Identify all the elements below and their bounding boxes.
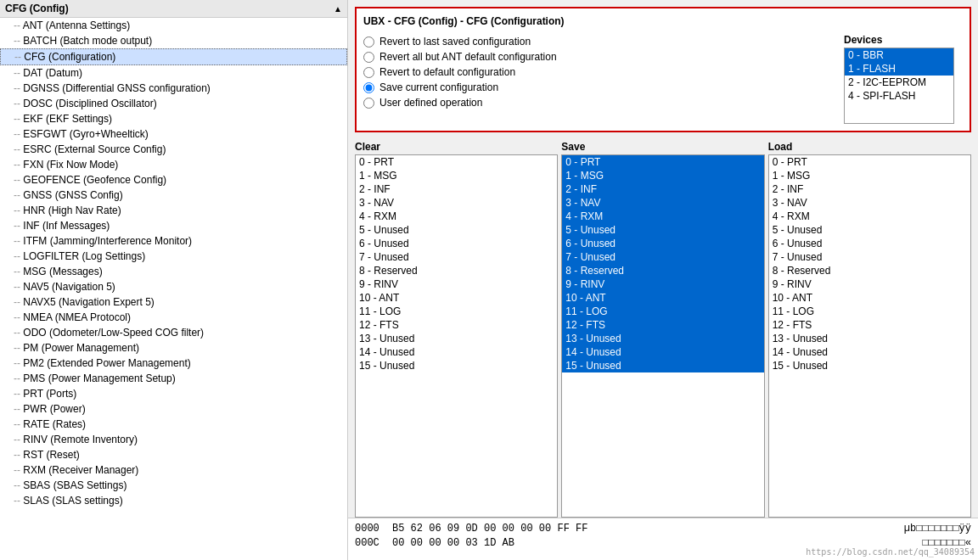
list-item[interactable]: 10 - ANT (562, 291, 763, 305)
list-item[interactable]: 13 - Unused (356, 332, 557, 345)
list-item[interactable]: 0 - PRT (356, 155, 557, 169)
collapse-button[interactable]: ▲ (334, 4, 342, 14)
tree-item[interactable]: SLAS (SLAS settings) (0, 493, 347, 508)
clear-list[interactable]: 0 - PRT1 - MSG2 - INF3 - NAV4 - RXM5 - U… (355, 154, 558, 518)
tree-item[interactable]: ODO (Odometer/Low-Speed COG filter) (0, 325, 347, 340)
cfg-option-opt2[interactable]: Revert all but ANT default configuration (363, 49, 830, 64)
tree-item[interactable]: MSG (Messages) (0, 264, 347, 279)
list-item[interactable]: 7 - Unused (769, 250, 970, 264)
list-item[interactable]: 9 - RINV (562, 277, 763, 291)
tree-item[interactable]: PRT (Ports) (0, 386, 347, 401)
tree-item[interactable]: GNSS (GNSS Config) (0, 188, 347, 203)
cfg-option-opt4[interactable]: Save current configuration (363, 80, 830, 95)
list-item[interactable]: 4 - RXM (356, 210, 557, 223)
list-item[interactable]: 14 - Unused (769, 345, 970, 359)
list-item[interactable]: 1 - MSG (769, 169, 970, 182)
save-list[interactable]: 0 - PRT1 - MSG2 - INF3 - NAV4 - RXM5 - U… (561, 154, 764, 518)
tree-item[interactable]: ITFM (Jamming/Interference Monitor) (0, 233, 347, 249)
list-item[interactable]: 9 - RINV (356, 277, 557, 291)
tree-item[interactable]: CFG (Configuration) (0, 48, 347, 65)
list-item[interactable]: 10 - ANT (769, 291, 970, 305)
list-item[interactable]: 2 - INF (562, 182, 763, 196)
tree-item[interactable]: DAT (Datum) (0, 65, 347, 81)
list-item[interactable]: 5 - Unused (562, 223, 763, 237)
device-item[interactable]: 0 - BBR (845, 48, 953, 62)
load-list[interactable]: 0 - PRT1 - MSG2 - INF3 - NAV4 - RXM5 - U… (768, 154, 971, 518)
device-item[interactable]: 1 - FLASH (845, 62, 953, 76)
tree-item[interactable]: NAV5 (Navigation 5) (0, 279, 347, 294)
cfg-radio-opt3[interactable] (363, 67, 374, 78)
cfg-radio-opt4[interactable] (363, 82, 374, 93)
tree-item[interactable]: SBAS (SBAS Settings) (0, 478, 347, 493)
list-item[interactable]: 11 - LOG (356, 305, 557, 318)
list-item[interactable]: 1 - MSG (356, 169, 557, 182)
cfg-option-opt1[interactable]: Revert to last saved configuration (363, 34, 830, 49)
tree-item[interactable]: RXM (Receiver Manager) (0, 462, 347, 478)
list-item[interactable]: 10 - ANT (356, 291, 557, 305)
list-item[interactable]: 6 - Unused (769, 237, 970, 250)
list-item[interactable]: 14 - Unused (356, 345, 557, 359)
tree-item[interactable]: HNR (High Nav Rate) (0, 203, 347, 218)
list-item[interactable]: 8 - Reserved (356, 264, 557, 277)
list-item[interactable]: 7 - Unused (356, 250, 557, 264)
list-item[interactable]: 14 - Unused (562, 345, 763, 359)
list-item[interactable]: 15 - Unused (562, 359, 763, 372)
tree-item[interactable]: BATCH (Batch mode output) (0, 33, 347, 48)
cfg-option-opt5[interactable]: User defined operation (363, 95, 830, 110)
devices-list[interactable]: 0 - BBR1 - FLASH2 - I2C-EEPROM4 - SPI-FL… (844, 48, 954, 124)
cfg-radio-opt1[interactable] (363, 36, 374, 48)
tree-item[interactable]: RATE (Rates) (0, 417, 347, 432)
list-item[interactable]: 4 - RXM (562, 210, 763, 223)
tree-item[interactable]: DGNSS (Differential GNSS configuration) (0, 81, 347, 96)
list-item[interactable]: 15 - Unused (356, 359, 557, 372)
tree-item[interactable]: ESFGWT (Gyro+Wheeltick) (0, 126, 347, 142)
tree-item[interactable]: RST (Reset) (0, 447, 347, 462)
list-item[interactable]: 2 - INF (356, 182, 557, 196)
list-item[interactable]: 6 - Unused (356, 237, 557, 250)
tree-item[interactable]: ANT (Antenna Settings) (0, 18, 347, 33)
list-item[interactable]: 1 - MSG (562, 169, 763, 182)
list-item[interactable]: 11 - LOG (769, 305, 970, 318)
list-item[interactable]: 13 - Unused (562, 332, 763, 345)
list-item[interactable]: 5 - Unused (356, 223, 557, 237)
list-item[interactable]: 11 - LOG (562, 305, 763, 318)
list-item[interactable]: 0 - PRT (769, 155, 970, 169)
tree-item[interactable]: NAVX5 (Navigation Expert 5) (0, 294, 347, 310)
list-item[interactable]: 5 - Unused (769, 223, 970, 237)
list-item[interactable]: 0 - PRT (562, 155, 763, 169)
list-item[interactable]: 2 - INF (769, 182, 970, 196)
cfg-option-label: Save current configuration (379, 81, 498, 93)
tree-item[interactable]: PMS (Power Management Setup) (0, 371, 347, 386)
tree-item[interactable]: EKF (EKF Settings) (0, 111, 347, 126)
tree-item[interactable]: DOSC (Disciplined Oscillator) (0, 96, 347, 111)
tree-item[interactable]: PWR (Power) (0, 401, 347, 417)
list-item[interactable]: 12 - FTS (356, 318, 557, 332)
tree-item[interactable]: FXN (Fix Now Mode) (0, 157, 347, 172)
tree-item[interactable]: NMEA (NMEA Protocol) (0, 310, 347, 325)
cfg-radio-opt2[interactable] (363, 52, 374, 63)
tree-item[interactable]: RINV (Remote Inventory) (0, 432, 347, 447)
list-item[interactable]: 3 - NAV (356, 196, 557, 210)
list-item[interactable]: 8 - Reserved (769, 264, 970, 277)
tree-item[interactable]: PM2 (Extended Power Management) (0, 356, 347, 371)
list-item[interactable]: 4 - RXM (769, 210, 970, 223)
list-item[interactable]: 15 - Unused (769, 359, 970, 372)
list-item[interactable]: 13 - Unused (769, 332, 970, 345)
device-item[interactable]: 4 - SPI-FLASH (845, 89, 953, 103)
list-item[interactable]: 7 - Unused (562, 250, 763, 264)
list-item[interactable]: 8 - Reserved (562, 264, 763, 277)
tree-item[interactable]: GEOFENCE (Geofence Config) (0, 172, 347, 188)
tree-item[interactable]: PM (Power Management) (0, 340, 347, 356)
list-item[interactable]: 9 - RINV (769, 277, 970, 291)
list-item[interactable]: 6 - Unused (562, 237, 763, 250)
tree-item[interactable]: LOGFILTER (Log Settings) (0, 249, 347, 264)
tree-item[interactable]: INF (Inf Messages) (0, 218, 347, 233)
device-item[interactable]: 2 - I2C-EEPROM (845, 76, 953, 89)
cfg-option-opt3[interactable]: Revert to default configuration (363, 64, 830, 80)
tree-item[interactable]: ESRC (External Source Config) (0, 142, 347, 157)
cfg-radio-opt5[interactable] (363, 98, 374, 109)
list-item[interactable]: 3 - NAV (562, 196, 763, 210)
list-item[interactable]: 3 - NAV (769, 196, 970, 210)
list-item[interactable]: 12 - FTS (769, 318, 970, 332)
list-item[interactable]: 12 - FTS (562, 318, 763, 332)
